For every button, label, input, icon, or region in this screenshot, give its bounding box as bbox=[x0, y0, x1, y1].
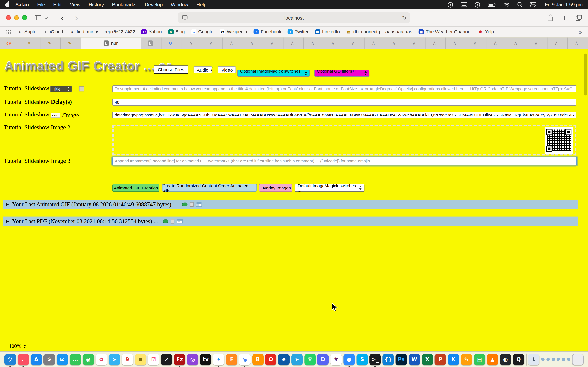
tab-blank[interactable]: ☆ bbox=[304, 38, 324, 49]
dock-window-dot[interactable] bbox=[557, 358, 560, 361]
minimize-window-button[interactable] bbox=[14, 16, 19, 20]
thumbnail-icon[interactable] bbox=[196, 202, 202, 207]
disclosure-triangle-icon[interactable]: ▶ bbox=[6, 202, 9, 206]
dock-books[interactable]: B bbox=[252, 354, 263, 365]
dock-appstore[interactable]: A bbox=[31, 354, 42, 365]
dock-notes[interactable]: ≡ bbox=[135, 354, 146, 365]
tab-blank[interactable]: ☆ bbox=[283, 38, 303, 49]
dock-discord[interactable]: D bbox=[318, 354, 329, 365]
dock-chrome[interactable]: ◉ bbox=[239, 354, 250, 365]
disclosure-triangle-icon[interactable]: ▶ bbox=[6, 219, 9, 223]
dock-firefox[interactable]: F bbox=[226, 354, 237, 365]
apple-menu-icon[interactable] bbox=[5, 2, 10, 7]
dock-keynote[interactable]: K bbox=[448, 354, 459, 365]
dock-photos[interactable]: ✿ bbox=[96, 354, 107, 365]
dock-zoom[interactable]: ● bbox=[343, 354, 355, 365]
small-file-icon[interactable] bbox=[171, 219, 174, 224]
tab-blank[interactable]: ☆ bbox=[385, 38, 405, 49]
title-select[interactable]: Title bbox=[50, 86, 72, 92]
dock-excel[interactable]: X bbox=[422, 354, 433, 365]
share-icon[interactable] bbox=[547, 14, 553, 21]
tab-blank[interactable]: ☆ bbox=[446, 38, 466, 49]
dock-window-dot[interactable] bbox=[541, 358, 545, 361]
page-zoom-select[interactable]: 100% bbox=[9, 343, 26, 349]
dock-quicktime[interactable]: Q bbox=[513, 354, 524, 365]
image2-dropzone[interactable] bbox=[112, 125, 576, 156]
tab-blank[interactable]: ☆ bbox=[223, 38, 243, 49]
dock-window-dot[interactable] bbox=[567, 358, 571, 361]
favorite-yahoo[interactable]: Y! Yahoo bbox=[141, 29, 162, 34]
dock-slack[interactable]: # bbox=[330, 354, 342, 365]
dock-powerpoint[interactable]: P bbox=[435, 354, 446, 365]
thumbnail-icon[interactable] bbox=[177, 219, 183, 224]
tab-blank[interactable]: ☆ bbox=[568, 38, 588, 49]
now-playing-icon[interactable] bbox=[474, 2, 480, 8]
menu-develop[interactable]: Develop bbox=[141, 2, 167, 8]
input-source-icon[interactable] bbox=[460, 2, 467, 7]
sidebar-toggle-icon[interactable] bbox=[34, 15, 41, 20]
wifi-icon[interactable] bbox=[503, 2, 510, 7]
dock-telegram[interactable]: ➤ bbox=[291, 354, 303, 365]
tab-blank[interactable]: ☆ bbox=[263, 38, 283, 49]
dock-skype[interactable]: S bbox=[356, 354, 368, 365]
dock-filezilla[interactable]: Fz bbox=[174, 354, 185, 365]
sidebar-chevron-icon[interactable] bbox=[44, 16, 48, 19]
tab-blank[interactable]: ☆ bbox=[182, 38, 202, 49]
tab-editor[interactable]: ✎ bbox=[20, 38, 40, 49]
address-bar[interactable]: localhost ↻ bbox=[178, 12, 410, 23]
favorite-google[interactable]: G Google bbox=[191, 29, 213, 34]
tab-blank[interactable]: ☆ bbox=[405, 38, 425, 49]
tab-cpanel[interactable]: cP bbox=[0, 38, 20, 49]
tab-blank[interactable]: ☆ bbox=[345, 38, 365, 49]
tab-blank[interactable]: ☆ bbox=[547, 38, 568, 49]
small-file-icon[interactable] bbox=[190, 202, 194, 207]
favorite-weather-channel[interactable]: ▣ The Weather Channel bbox=[419, 29, 471, 34]
image3-comment-input[interactable] bbox=[112, 157, 577, 165]
favorite-yelp[interactable]: ✱ Yelp bbox=[478, 29, 494, 34]
favorite-twitter[interactable]: t Twitter bbox=[288, 29, 309, 34]
dock-numbers[interactable]: ▤ bbox=[474, 354, 485, 365]
dock-vlc[interactable]: ▲ bbox=[487, 354, 498, 365]
tab-blank[interactable]: ☆ bbox=[527, 38, 547, 49]
tab-overview-icon[interactable] bbox=[576, 15, 582, 21]
tab-editor[interactable]: ✎ bbox=[61, 38, 81, 49]
choose-files-button[interactable]: Choose Files bbox=[154, 66, 188, 74]
dock-calendar[interactable]: 9 bbox=[122, 354, 133, 365]
favorites-grid-icon[interactable] bbox=[6, 29, 11, 34]
html-chip[interactable]: HTML bbox=[51, 113, 60, 118]
title-config-input[interactable] bbox=[112, 85, 576, 92]
tab-blank[interactable]: ☆ bbox=[324, 38, 344, 49]
control-center-icon[interactable] bbox=[530, 2, 536, 8]
dock-window-dot[interactable] bbox=[546, 358, 550, 361]
dock-tv[interactable]: tv bbox=[200, 354, 211, 365]
favorites-overflow-icon[interactable]: » bbox=[579, 29, 582, 35]
video-button[interactable]: Video bbox=[218, 66, 236, 73]
delay-input[interactable] bbox=[112, 99, 576, 106]
menu-bookmarks[interactable]: Bookmarks bbox=[108, 2, 141, 8]
dock-photoshop[interactable]: Ps bbox=[396, 354, 407, 365]
menu-help[interactable]: Help bbox=[192, 2, 211, 8]
dock-window-dot[interactable] bbox=[562, 358, 565, 361]
menu-safari[interactable]: Safari bbox=[11, 2, 33, 8]
status-badge-icon[interactable] bbox=[447, 2, 453, 8]
tab-blank[interactable]: ☆ bbox=[466, 38, 486, 49]
dock-obs[interactable]: ◐ bbox=[500, 354, 511, 365]
dock-maps[interactable]: ➤ bbox=[109, 354, 120, 365]
dock-stocks[interactable]: ↗ bbox=[161, 354, 172, 365]
new-tab-button[interactable]: + bbox=[562, 15, 567, 21]
vertical-scrollbar[interactable] bbox=[584, 54, 587, 96]
dock-terminal[interactable]: >_ bbox=[370, 354, 381, 365]
dock-downloads[interactable]: ↓ bbox=[528, 354, 539, 365]
menu-history[interactable]: History bbox=[85, 2, 108, 8]
spotlight-icon[interactable] bbox=[517, 2, 523, 8]
last-animated-gif-accordion[interactable]: ▶ Your Last Animated GIF (January 08 202… bbox=[3, 200, 579, 209]
favorite-bing[interactable]: b Bing bbox=[168, 29, 185, 34]
tab-blank[interactable]: ☆ bbox=[202, 38, 223, 49]
dock-music[interactable]: ♪ bbox=[17, 354, 29, 365]
favorite-facebook[interactable]: f Facebook bbox=[254, 29, 281, 34]
favorite-icloud[interactable]: ● iCloud bbox=[43, 29, 63, 34]
dock-podcasts[interactable]: ◎ bbox=[187, 354, 198, 365]
animated-gif-creation-button[interactable]: Animated GIF Creation bbox=[112, 184, 159, 192]
dock-whatsapp[interactable]: ☏ bbox=[304, 354, 316, 365]
menu-view[interactable]: View bbox=[66, 2, 85, 8]
